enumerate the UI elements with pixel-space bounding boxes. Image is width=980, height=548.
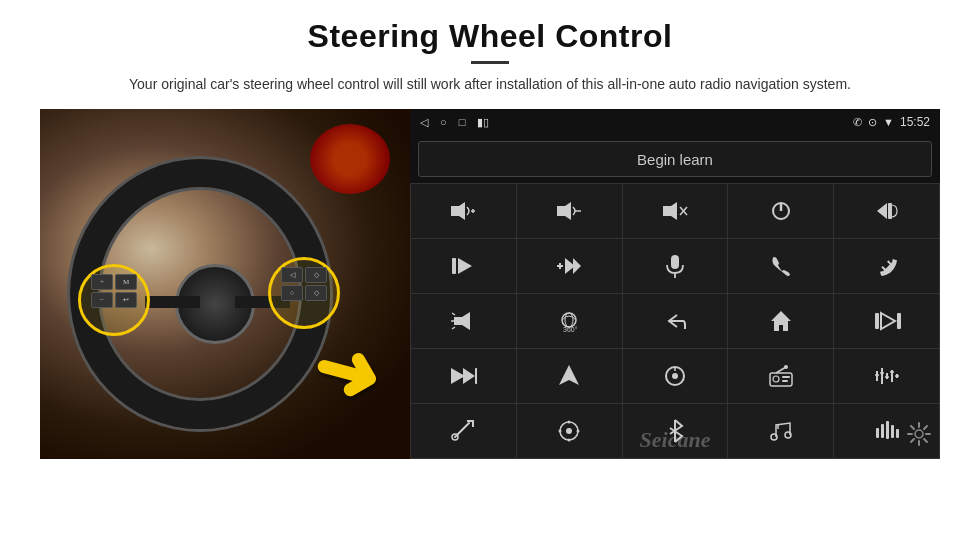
skip-button[interactable] — [411, 349, 516, 403]
home-button[interactable] — [728, 294, 833, 348]
svg-rect-61 — [886, 421, 889, 439]
recent-icon: □ — [459, 116, 466, 128]
svg-rect-27 — [897, 313, 901, 329]
svg-marker-17 — [573, 258, 581, 274]
btn-group-left: + M − ↩ — [83, 266, 145, 334]
next-track-button[interactable] — [411, 239, 516, 293]
svg-rect-37 — [782, 376, 790, 378]
wheel-btn-back: ↩ — [115, 292, 137, 308]
back-button[interactable] — [623, 294, 728, 348]
svg-point-36 — [773, 376, 779, 382]
svg-marker-28 — [451, 368, 465, 384]
wifi-icon: ▼ — [883, 116, 894, 128]
back-icon: ◁ — [420, 116, 428, 129]
wheel-btn-r2: ◇ — [305, 267, 327, 283]
svg-rect-62 — [891, 425, 894, 438]
title-divider — [471, 61, 509, 64]
svg-marker-3 — [557, 202, 571, 220]
status-left: ◁ ○ □ ▮▯ — [420, 116, 489, 129]
svg-marker-5 — [663, 202, 677, 220]
signal-icon: ▮▯ — [477, 116, 489, 129]
page-container: Steering Wheel Control Your original car… — [0, 0, 980, 548]
svg-marker-29 — [463, 368, 475, 384]
status-right: ✆ ⊙ ▼ 15:52 — [853, 115, 930, 129]
wheel-btn-r3: ○ — [281, 285, 303, 301]
svg-rect-60 — [881, 424, 884, 438]
home-icon: ○ — [440, 116, 447, 128]
svg-rect-18 — [671, 255, 679, 269]
btn-group-right: ◁ ◇ ○ ◇ — [273, 259, 335, 327]
svg-marker-0 — [451, 202, 465, 220]
svg-rect-25 — [875, 313, 879, 329]
svg-point-53 — [568, 421, 571, 424]
vol-down-button[interactable] — [517, 184, 622, 238]
nav-button[interactable] — [517, 349, 622, 403]
svg-point-33 — [672, 373, 678, 379]
steering-wheel-image: + M − ↩ ◁ ◇ ○ ◇ ➜ — [40, 109, 410, 459]
gauge-area — [310, 124, 390, 194]
yellow-circle-left: + M − ↩ — [78, 264, 150, 336]
svg-text:360°: 360° — [563, 326, 578, 333]
status-time: 15:52 — [900, 115, 930, 129]
svg-marker-20 — [454, 312, 470, 330]
wheel-btn-r4: ◇ — [305, 285, 327, 301]
svg-point-22 — [565, 313, 573, 327]
radio-button[interactable] — [728, 349, 833, 403]
bluetooth-button[interactable] — [623, 404, 728, 458]
svg-point-64 — [915, 430, 923, 438]
subtitle: Your original car's steering wheel contr… — [129, 74, 851, 95]
svg-rect-30 — [475, 368, 477, 384]
status-bar: ◁ ○ □ ▮▯ ✆ ⊙ ▼ 15:52 — [410, 109, 940, 135]
wheel-btn-minus: − — [91, 292, 113, 308]
page-title: Steering Wheel Control — [308, 18, 673, 55]
source-button[interactable] — [623, 349, 728, 403]
android-screen: ◁ ○ □ ▮▯ ✆ ⊙ ▼ 15:52 Begin learn — [410, 109, 940, 459]
svg-marker-24 — [771, 311, 791, 331]
eq-button[interactable] — [834, 349, 939, 403]
mic-button[interactable] — [623, 239, 728, 293]
phone-button[interactable] — [728, 239, 833, 293]
svg-point-39 — [784, 365, 788, 369]
svg-point-21 — [562, 313, 576, 327]
svg-point-55 — [559, 430, 562, 433]
svg-rect-38 — [782, 380, 788, 382]
power-button[interactable] — [728, 184, 833, 238]
spoke-left — [145, 296, 200, 308]
prev2-button[interactable] — [834, 294, 939, 348]
svg-point-52 — [566, 428, 572, 434]
vol-up-button[interactable] — [411, 184, 516, 238]
svg-marker-31 — [559, 365, 579, 385]
wheel-btn-plus: + — [91, 274, 113, 290]
prev-call-button[interactable] — [834, 184, 939, 238]
music-button[interactable] — [728, 404, 833, 458]
svg-marker-13 — [458, 258, 472, 274]
mute-button[interactable] — [623, 184, 728, 238]
wheel-btn-mode: M — [115, 274, 137, 290]
begin-learn-button[interactable]: Begin learn — [418, 141, 932, 177]
svg-rect-59 — [876, 428, 879, 438]
svg-point-56 — [577, 430, 580, 433]
svg-rect-12 — [452, 258, 456, 274]
fast-forward-button[interactable] — [517, 239, 622, 293]
location-icon: ⊙ — [868, 116, 877, 129]
steer-learn-button[interactable] — [411, 404, 516, 458]
controls-grid: 360° — [410, 183, 940, 459]
begin-learn-row: Begin learn — [410, 135, 940, 183]
wheel-btn-r1: ◁ — [281, 267, 303, 283]
svg-marker-26 — [881, 313, 895, 329]
yellow-circle-right: ◁ ◇ ○ ◇ — [268, 257, 340, 329]
camera-360-button[interactable]: 360° — [517, 294, 622, 348]
phone-status-icon: ✆ — [853, 116, 862, 129]
svg-rect-63 — [896, 429, 899, 438]
svg-marker-10 — [877, 203, 887, 219]
gear-icon[interactable] — [906, 421, 932, 453]
settings-button[interactable] — [517, 404, 622, 458]
hang-up-button[interactable] — [834, 239, 939, 293]
svg-point-54 — [568, 439, 571, 442]
content-area: + M − ↩ ◁ ◇ ○ ◇ ➜ — [40, 109, 940, 459]
horn-button[interactable] — [411, 294, 516, 348]
